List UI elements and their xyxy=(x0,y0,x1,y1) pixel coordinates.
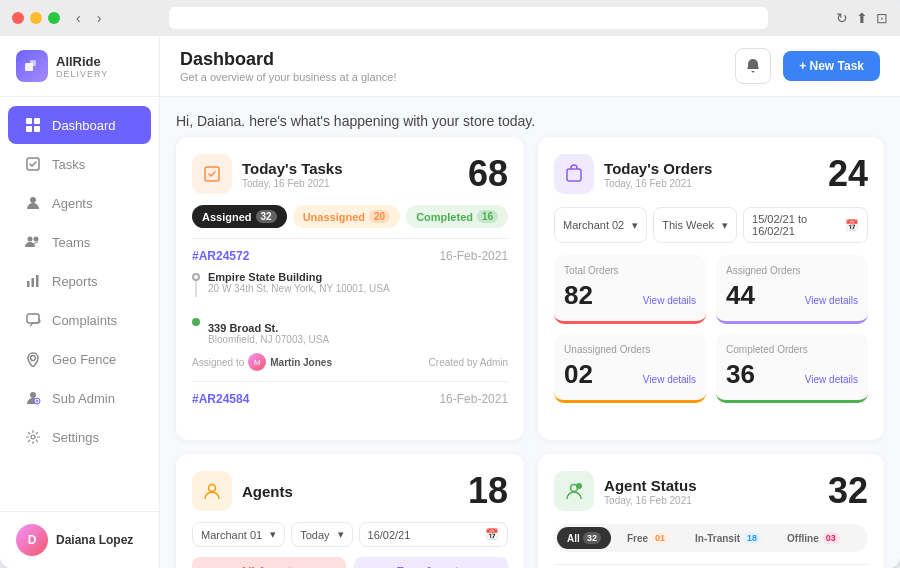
ast-tab-transit[interactable]: In-Transit 18 xyxy=(685,527,771,549)
app-layout: AllRide DELIVERY Dashboard xyxy=(0,36,900,568)
geofence-icon xyxy=(24,350,42,368)
svg-rect-3 xyxy=(34,118,40,124)
page-header: Dashboard Get a overview of your busines… xyxy=(160,36,900,97)
ast-tab-free[interactable]: Free 01 xyxy=(617,527,679,549)
sidebar-item-reports[interactable]: Reports xyxy=(8,262,151,300)
new-task-button[interactable]: + New Task xyxy=(783,51,880,81)
svg-rect-19 xyxy=(567,169,581,181)
free-agents-button[interactable]: Free Agents xyxy=(354,557,508,568)
sidebar-item-teams[interactable]: Teams xyxy=(8,223,151,261)
svg-point-7 xyxy=(30,197,36,203)
sidebar-item-settings[interactable]: Settings xyxy=(8,418,151,456)
tab-assigned[interactable]: Assigned 32 xyxy=(192,205,287,228)
tab-completed[interactable]: Completed 16 xyxy=(406,205,508,228)
dashboard-content: Hi, Daiana. here's what's happening with… xyxy=(160,97,900,568)
tasks-card-icon xyxy=(192,154,232,194)
total-orders-label: Total Orders xyxy=(564,265,696,276)
ast-tab-offline[interactable]: Offline 03 xyxy=(777,527,850,549)
agent-status-tabs: All 32 Free 01 In-Transit 18 Offline xyxy=(554,524,868,552)
orders-stats-grid: Total Orders 82 View details Assigned Or… xyxy=(554,255,868,403)
total-orders-row: 82 View details xyxy=(564,280,696,311)
unassigned-orders-row: 02 View details xyxy=(564,359,696,390)
logo-icon xyxy=(16,50,48,82)
user-profile[interactable]: D Daiana Lopez xyxy=(0,511,159,568)
task-id2-text[interactable]: #AR24584 xyxy=(192,392,249,406)
all-agents-button[interactable]: All Agents xyxy=(192,557,346,568)
complaints-label: Complaints xyxy=(52,313,117,328)
tab-unassigned[interactable]: Unassigned 20 xyxy=(293,205,400,228)
app-window: ‹ › ↻ ⬆ ⊡ AllRide DELIVERY xyxy=(0,0,900,568)
forward-icon[interactable]: › xyxy=(97,10,102,26)
total-orders-num: 82 xyxy=(564,280,593,311)
unassigned-orders-link[interactable]: View details xyxy=(643,374,696,385)
settings-label: Settings xyxy=(52,430,99,445)
tasks-icon xyxy=(24,155,42,173)
dashboard-icon xyxy=(24,116,42,134)
svg-point-22 xyxy=(576,483,582,489)
agents-merchant-filter[interactable]: Marchant 01 ▾ xyxy=(192,522,285,547)
calendar-icon: 📅 xyxy=(845,219,859,232)
orders-card-icon xyxy=(554,154,594,194)
refresh-icon[interactable]: ↻ xyxy=(836,10,848,26)
header-actions: + New Task xyxy=(735,48,880,84)
url-bar[interactable] xyxy=(169,7,768,29)
assigned-label: Assigned to xyxy=(192,357,244,368)
dashboard-label: Dashboard xyxy=(52,118,116,133)
close-button[interactable] xyxy=(12,12,24,24)
agent-list-item: Agent Id #AR23245 In-transit xyxy=(554,564,868,568)
orders-card-header: Today's Orders Today, 16 Feb 2021 24 xyxy=(554,153,868,195)
merchant-filter[interactable]: Marchant 02 ▾ xyxy=(554,207,647,243)
route-start-dot xyxy=(192,273,200,281)
notifications-button[interactable] xyxy=(735,48,771,84)
week-filter[interactable]: This Week ▾ xyxy=(653,207,737,243)
split-icon[interactable]: ⊡ xyxy=(876,10,888,26)
tasks-label: Tasks xyxy=(52,157,85,172)
share-icon[interactable]: ⬆ xyxy=(856,10,868,26)
sidebar-item-complaints[interactable]: Complaints xyxy=(8,301,151,339)
sidebar-item-subadmin[interactable]: Sub Admin xyxy=(8,379,151,417)
complaints-icon xyxy=(24,311,42,329)
svg-rect-10 xyxy=(27,281,30,287)
task-date-1: 16-Feb-2021 xyxy=(439,249,508,263)
created-by: Created by Admin xyxy=(429,357,509,368)
back-icon[interactable]: ‹ xyxy=(76,10,81,26)
sidebar-item-dashboard[interactable]: Dashboard xyxy=(8,106,151,144)
ast-all-label: All xyxy=(567,533,580,544)
sidebar-item-tasks[interactable]: Tasks xyxy=(8,145,151,183)
assigned-orders-link[interactable]: View details xyxy=(805,295,858,306)
minimize-button[interactable] xyxy=(30,12,42,24)
assignee-name: Martin Jones xyxy=(270,357,332,368)
sidebar: AllRide DELIVERY Dashboard xyxy=(0,36,160,568)
agents-date-label: 16/02/21 xyxy=(368,529,411,541)
agent-status-date: Today, 16 Feb 2021 xyxy=(604,495,828,506)
agents-card: Agents 18 Marchant 01 ▾ Today ▾ xyxy=(176,454,524,568)
total-orders-link[interactable]: View details xyxy=(643,295,696,306)
tab-completed-label: Completed xyxy=(416,211,473,223)
task-id-text[interactable]: #AR24572 xyxy=(192,249,249,263)
completed-orders-link[interactable]: View details xyxy=(805,374,858,385)
agents-today-chevron: ▾ xyxy=(338,528,344,541)
maximize-button[interactable] xyxy=(48,12,60,24)
titlebar: ‹ › ↻ ⬆ ⊡ xyxy=(0,0,900,36)
agents-card-icon xyxy=(192,471,232,511)
stop1-addr: 20 W 34th St, New York, NY 10001, USA xyxy=(208,283,508,294)
ast-tab-all[interactable]: All 32 xyxy=(557,527,611,549)
sidebar-item-geofence[interactable]: Geo Fence xyxy=(8,340,151,378)
date-range-filter[interactable]: 15/02/21 to 16/02/21 📅 xyxy=(743,207,868,243)
ast-offline-label: Offline xyxy=(787,533,819,544)
svg-rect-2 xyxy=(26,118,32,124)
header-title-block: Dashboard Get a overview of your busines… xyxy=(180,49,396,83)
assigned-orders-label: Assigned Orders xyxy=(726,265,858,276)
subadmin-icon xyxy=(24,389,42,407)
sidebar-item-agents[interactable]: Agents xyxy=(8,184,151,222)
assignee-avatar: M xyxy=(248,353,266,371)
unassigned-orders-num: 02 xyxy=(564,359,593,390)
window-controls xyxy=(12,12,60,24)
agents-today-filter[interactable]: Today ▾ xyxy=(291,522,352,547)
agent-status-title-block: Agent Status Today, 16 Feb 2021 xyxy=(604,477,828,506)
assigned-orders-row: 44 View details xyxy=(726,280,858,311)
agents-date-filter[interactable]: 16/02/21 📅 xyxy=(359,522,509,547)
svg-point-8 xyxy=(28,237,33,242)
svg-point-17 xyxy=(31,435,35,439)
tab-assigned-badge: 32 xyxy=(256,210,277,223)
